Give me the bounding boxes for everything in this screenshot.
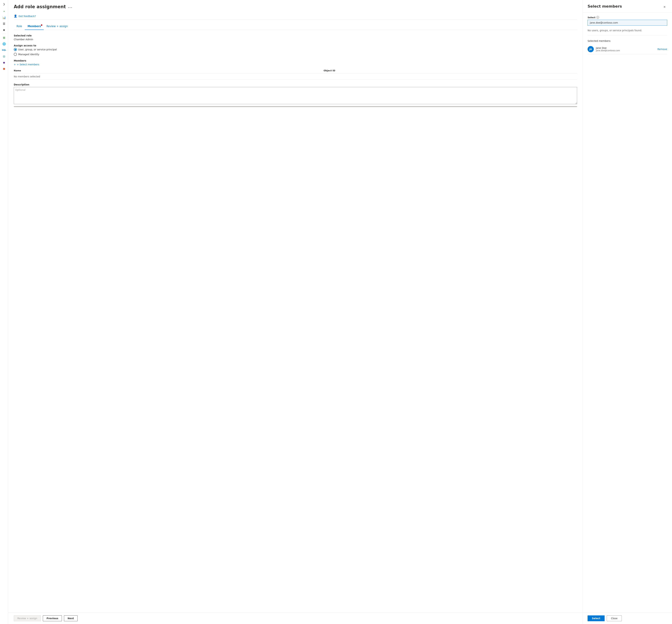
select-button[interactable]: Select (588, 616, 604, 621)
select-label-text: Select (588, 16, 595, 19)
members-section: Members + + Select members Name Object I… (14, 59, 577, 80)
radio-user-group-label: User, group, or service principal (18, 48, 57, 51)
selected-role-value: Chamber Admin (14, 38, 577, 41)
scrollbar-indicator (14, 106, 577, 107)
chevron-icon: ❯ (3, 3, 5, 5)
menu-icon: ☰ (3, 22, 5, 25)
plus-icon: ＋ (3, 10, 5, 13)
member-email: jane.doe@contoso.com (596, 49, 655, 52)
remove-member-button[interactable]: Remove (657, 48, 667, 51)
members-table: Name Object ID No members selected (14, 68, 577, 80)
selected-role-label: Selected role (14, 34, 577, 37)
sidebar-icon-globe[interactable]: 🌐 (1, 41, 7, 47)
tab-members[interactable]: Members (25, 23, 44, 30)
member-avatar: JD (588, 46, 594, 52)
right-panel-header: Select members ✕ (583, 0, 672, 12)
tab-role[interactable]: Role (14, 23, 25, 30)
col-header-objectid: Object ID (324, 68, 577, 73)
sidebar-icon-circle[interactable]: ◉ (1, 66, 7, 71)
sql-icon: SQL (2, 49, 6, 51)
chart-icon: 📊 (2, 16, 6, 19)
diamond-icon: ◆ (3, 61, 5, 64)
tab-role-label: Role (17, 25, 22, 28)
right-panel-footer: Select Close (583, 613, 672, 624)
circle-icon: ◉ (3, 67, 5, 70)
review-assign-button[interactable]: Review + assign (14, 616, 41, 621)
sidebar-icon-diamond[interactable]: ◆ (1, 60, 7, 65)
selected-members-label: Selected members: (588, 40, 667, 42)
member-initials: JD (589, 48, 592, 51)
select-members-text: + Select members (17, 63, 39, 66)
sidebar-icon-grid[interactable]: ⊞ (1, 35, 7, 41)
page-title-ellipsis[interactable]: ... (68, 5, 73, 8)
tab-members-label: Members (27, 25, 41, 28)
radio-managed-identity[interactable]: Managed identity (14, 53, 577, 56)
sidebar-icon-sql[interactable]: SQL (1, 47, 7, 53)
assign-access-section: Assign access to User, group, or service… (14, 44, 577, 56)
feedback-bar[interactable]: 👤 Got feedback? (14, 13, 577, 20)
radio-managed-identity-circle (14, 53, 17, 56)
sidebar-icon-target[interactable]: ◎ (1, 53, 7, 59)
no-members-text: No members selected (14, 73, 577, 80)
feedback-icon: 👤 (14, 15, 17, 18)
page-title: Add role assignment (14, 4, 66, 9)
tab-members-dot (41, 24, 42, 26)
sidebar: ❯ ＋ 📊 ☰ ★ ⊞ 🌐 SQL ◎ ◆ ◉ (0, 0, 8, 624)
select-members-plus-icon: + (14, 63, 16, 66)
main-content: Add role assignment ... 👤 Got feedback? … (8, 0, 583, 613)
table-row-empty: No members selected (14, 73, 577, 80)
sidebar-icon-star[interactable]: ★ (1, 27, 7, 33)
sidebar-collapse-button[interactable]: ❯ (1, 1, 7, 7)
info-icon[interactable]: i (596, 16, 599, 19)
main-panel: Add role assignment ... 👤 Got feedback? … (8, 0, 583, 624)
select-members-link[interactable]: + + Select members (14, 63, 577, 66)
sidebar-icon-chart[interactable]: 📊 (1, 15, 7, 20)
radio-user-group[interactable]: User, group, or service principal (14, 48, 577, 51)
grid-icon: ⊞ (3, 36, 5, 40)
globe-icon: 🌐 (2, 42, 6, 46)
close-button[interactable]: Close (606, 616, 622, 621)
feedback-text: Got feedback? (19, 15, 36, 18)
right-panel-title: Select members (588, 4, 622, 8)
next-button[interactable]: Next (64, 616, 78, 621)
tabs-container: Role Members Review + assign (14, 23, 577, 30)
description-section: Description (14, 83, 577, 107)
close-icon: ✕ (664, 5, 666, 8)
no-results-text: No users, groups, or service principals … (588, 26, 667, 35)
page-title-container: Add role assignment ... (14, 4, 577, 9)
select-field-label: Select i (588, 16, 667, 19)
sidebar-icon-plus[interactable]: ＋ (1, 8, 7, 14)
search-input[interactable] (588, 20, 667, 26)
member-info: Jane Doe jane.doe@contoso.com (596, 47, 655, 52)
star-icon: ★ (3, 28, 5, 32)
radio-user-group-circle (14, 48, 17, 51)
right-panel-body: Select i No users, groups, or service pr… (583, 12, 672, 613)
tab-review-assign[interactable]: Review + assign (44, 23, 71, 30)
previous-button[interactable]: Previous (43, 616, 62, 621)
main-footer: Review + assign Previous Next (8, 613, 583, 624)
target-icon: ◎ (3, 55, 5, 58)
description-textarea[interactable] (14, 87, 577, 104)
selected-members-section: Selected members: JD Jane Doe jane.doe@c… (588, 40, 667, 54)
tab-review-label: Review + assign (46, 25, 68, 28)
radio-managed-identity-label: Managed identity (18, 53, 39, 56)
col-header-name: Name (14, 68, 324, 73)
member-name: Jane Doe (596, 47, 655, 49)
assign-access-label: Assign access to (14, 44, 577, 47)
close-panel-button[interactable]: ✕ (662, 4, 667, 10)
radio-group: User, group, or service principal Manage… (14, 48, 577, 56)
member-item: JD Jane Doe jane.doe@contoso.com Remove (588, 44, 667, 54)
sidebar-icon-menu[interactable]: ☰ (1, 21, 7, 26)
selected-role-section: Selected role Chamber Admin (14, 34, 577, 41)
description-label: Description (14, 83, 577, 86)
members-label: Members (14, 59, 577, 62)
right-panel: Select members ✕ Select i No users, grou… (583, 0, 672, 624)
